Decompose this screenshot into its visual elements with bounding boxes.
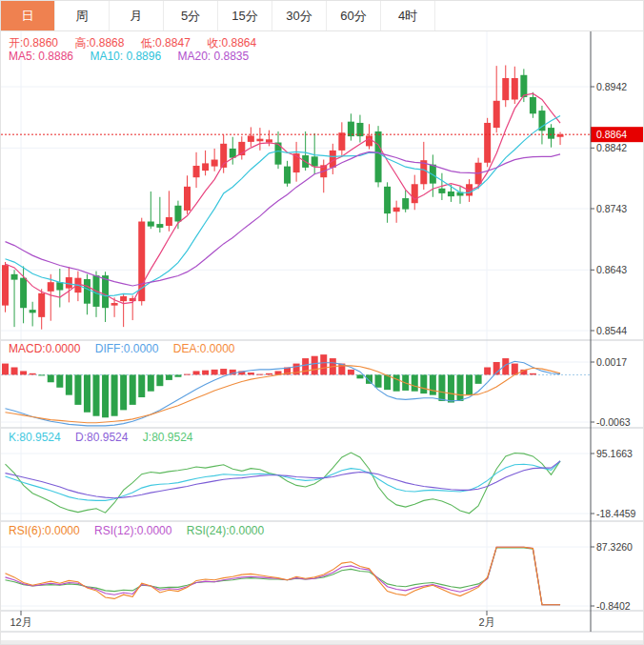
bottom-strip (1, 640, 643, 644)
low-value: 低:0.8847 (141, 36, 191, 50)
tab-month[interactable]: 月 (110, 1, 164, 30)
svg-text:-0.0063: -0.0063 (596, 416, 631, 428)
timeframe-tabbar: 日 周 月 5分 15分 30分 60分 4时 (1, 1, 643, 31)
svg-text:12月: 12月 (10, 616, 31, 628)
kdj-readout: K:80.9524 D:80.9524 J:80.9524 (9, 431, 205, 444)
svg-text:0.8544: 0.8544 (596, 325, 627, 336)
chart-widget: 0.89420.88420.87430.86430.85440.88640.00… (0, 0, 644, 645)
svg-text:0.8743: 0.8743 (596, 203, 627, 214)
rsi12-value: RSI(12):0.0000 (94, 524, 171, 537)
svg-text:0.8643: 0.8643 (596, 264, 627, 275)
svg-text:0.0017: 0.0017 (596, 356, 627, 368)
svg-text:0.8842: 0.8842 (596, 142, 627, 153)
tab-30min[interactable]: 30分 (272, 1, 327, 30)
k-value: K:80.9524 (9, 431, 61, 444)
high-value: 高:0.8868 (74, 36, 124, 50)
rsi24-value: RSI(24):0.0000 (187, 524, 264, 537)
svg-text:0.8942: 0.8942 (596, 81, 627, 92)
tab-day[interactable]: 日 (1, 1, 55, 30)
tab-5min[interactable]: 5分 (164, 1, 218, 30)
tab-week[interactable]: 周 (55, 1, 110, 30)
ma10-value: MA10: 0.8896 (90, 50, 161, 63)
dea-value: DEA:0.0000 (173, 342, 235, 355)
svg-text:87.3260: 87.3260 (596, 541, 633, 553)
svg-text:95.1663: 95.1663 (596, 448, 633, 459)
svg-text:-0.8402: -0.8402 (596, 600, 631, 612)
svg-text:2月: 2月 (478, 616, 494, 628)
rsi6-value: RSI(6):0.0000 (9, 524, 80, 537)
ma5-value: MA5: 0.8886 (9, 50, 73, 63)
tab-60min[interactable]: 60分 (327, 1, 381, 30)
macd-value: MACD:0.0000 (9, 342, 80, 355)
ma20-value: MA20: 0.8835 (177, 50, 249, 63)
tab-4hour[interactable]: 4时 (381, 1, 435, 30)
rsi-readout: RSI(6):0.0000 RSI(12):0.0000 RSI(24):0.0… (9, 524, 275, 537)
svg-text:0.8864: 0.8864 (596, 129, 627, 140)
tab-15min[interactable]: 15分 (218, 1, 272, 30)
macd-readout: MACD:0.0000 DIFF:0.0000 DEA:0.0000 (9, 342, 246, 355)
close-value: 收:0.8864 (207, 36, 256, 50)
chart-canvas[interactable]: 0.89420.88420.87430.86430.85440.88640.00… (1, 1, 644, 645)
open-value: 开:0.8860 (9, 36, 58, 50)
ma-readout: MA5: 0.8886 MA10: 0.8896 MA20: 0.8835 (9, 50, 262, 63)
d-value: D:80.9524 (75, 431, 128, 444)
diff-value: DIFF:0.0000 (95, 342, 159, 355)
svg-text:-18.4459: -18.4459 (596, 508, 636, 519)
j-value: J:80.9524 (143, 431, 193, 444)
